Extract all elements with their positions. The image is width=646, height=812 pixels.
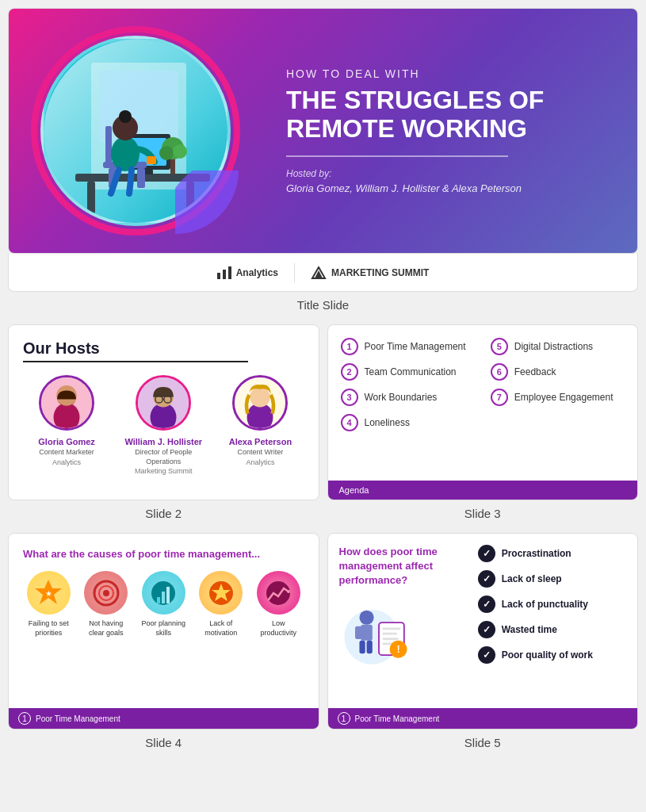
slide4-footer: 1 Poor Time Management bbox=[9, 708, 319, 729]
slide3-label: Slide 3 bbox=[327, 500, 639, 530]
agenda-item-7: 7 Employee Engagement bbox=[491, 389, 625, 406]
analytics-icon bbox=[217, 266, 231, 279]
slide2-label: Slide 2 bbox=[8, 500, 319, 530]
hosts-row: Gloria Gomez Content Marketer Analytics bbox=[23, 375, 304, 475]
host-name-2: William J. Hollister bbox=[124, 437, 202, 446]
svg-text:!: ! bbox=[396, 643, 399, 655]
slide4-footer-label: Poor Time Management bbox=[36, 714, 120, 723]
agenda-list: 1 Poor Time Management 5 Digital Distrac… bbox=[328, 325, 638, 444]
mountain-icon bbox=[311, 266, 327, 279]
slide-4-inner: What are the causes of poor time managem… bbox=[9, 534, 319, 708]
hosted-by-label: Hosted by: bbox=[286, 168, 614, 179]
host-item-2: William J. Hollister Director of People … bbox=[120, 375, 207, 475]
slide-2-inner: Our Hosts Gloria Gomez Co bbox=[9, 325, 319, 500]
cause-item-2: Not having clear goals bbox=[81, 571, 132, 638]
title-slide-label: Title Slide bbox=[8, 292, 638, 321]
slide-subtitle: HOW TO DEAL WITH bbox=[286, 67, 614, 80]
host-avatar-1 bbox=[39, 375, 94, 431]
agenda-item-6: 6 Feedback bbox=[491, 363, 625, 381]
svg-rect-60 bbox=[382, 628, 400, 630]
cause-item-5: Low productivity bbox=[253, 571, 304, 638]
svg-rect-47 bbox=[162, 592, 165, 603]
host-name-1: Gloria Gomez bbox=[38, 437, 95, 446]
svg-rect-55 bbox=[361, 625, 373, 641]
svg-rect-21 bbox=[217, 273, 220, 279]
check-item-2: ✓ Lack of sleep bbox=[478, 570, 626, 588]
agenda-item-4: 4 Loneliness bbox=[341, 414, 475, 431]
slide5-inner: How does poor time management affect per… bbox=[328, 534, 638, 703]
svg-rect-23 bbox=[228, 266, 231, 279]
host-avatar-2 bbox=[136, 375, 191, 431]
logos-bar: Analytics MARKETING SUMMIT bbox=[8, 254, 638, 292]
slide5-footer: 1 Poor Time Management bbox=[328, 708, 638, 729]
cause-icon-3 bbox=[142, 571, 185, 615]
host-company-3: Analytics bbox=[246, 458, 274, 466]
slide5-left: How does poor time management affect per… bbox=[339, 545, 468, 672]
logo-divider bbox=[294, 263, 295, 282]
svg-text:★: ★ bbox=[45, 589, 52, 598]
svg-point-28 bbox=[54, 403, 80, 431]
host-company-2: Marketing Summit bbox=[135, 467, 193, 475]
title-slide: HOW TO DEAL WITH THE STRUGGLES OF REMOTE… bbox=[8, 8, 638, 292]
cause-label-1: Failing to set priorities bbox=[23, 619, 75, 638]
svg-rect-62 bbox=[382, 638, 398, 640]
check-label-3: Lack of punctuality bbox=[502, 599, 588, 610]
cause-icon-4 bbox=[199, 571, 243, 615]
check-item-4: ✓ Wasted time bbox=[478, 621, 626, 638]
svg-point-54 bbox=[359, 611, 373, 625]
slide5-label: Slide 5 bbox=[327, 730, 639, 759]
host-company-1: Analytics bbox=[52, 458, 81, 466]
causes-row: ★ Failing to set priorities Not havi bbox=[23, 571, 304, 638]
footer-num-5: 1 bbox=[338, 712, 350, 725]
host-name-3: Alexa Peterson bbox=[229, 437, 292, 446]
cause-item-4: Lack of motivation bbox=[196, 571, 247, 638]
agenda-item-5: 5 Digital Distractions bbox=[491, 338, 625, 355]
slides-bottom-grid: What are the causes of poor time managem… bbox=[8, 533, 638, 730]
svg-rect-61 bbox=[382, 633, 396, 635]
svg-rect-57 bbox=[359, 641, 365, 653]
svg-rect-46 bbox=[157, 597, 160, 603]
slide-illustration bbox=[9, 9, 262, 253]
slides-grid: Our Hosts Gloria Gomez Co bbox=[8, 324, 638, 500]
marketing-summit-logo: MARKETING SUMMIT bbox=[311, 266, 429, 279]
hosts-divider bbox=[23, 361, 248, 362]
host-avatar-3 bbox=[232, 375, 288, 431]
slide-2-card: Our Hosts Gloria Gomez Co bbox=[8, 324, 319, 500]
host-item-1: Gloria Gomez Content Marketer Analytics bbox=[23, 375, 110, 475]
svg-rect-48 bbox=[166, 587, 170, 603]
check-circle-5: ✓ bbox=[478, 646, 495, 664]
analytics-logo: Analytics bbox=[217, 266, 278, 279]
cause-label-4: Lack of motivation bbox=[196, 619, 247, 638]
svg-point-44 bbox=[103, 590, 109, 596]
title-divider bbox=[286, 155, 508, 157]
our-hosts-title: Our Hosts bbox=[23, 339, 304, 358]
cause-label-3: Poor planning skills bbox=[138, 619, 189, 638]
check-circle-4: ✓ bbox=[478, 621, 495, 638]
slide-5-card: How does poor time management affect per… bbox=[327, 533, 639, 730]
slide5-right: ✓ Procrastination ✓ Lack of sleep ✓ Lack… bbox=[478, 545, 626, 672]
cause-item-1: ★ Failing to set priorities bbox=[23, 571, 75, 638]
cause-item-3: Poor planning skills bbox=[138, 571, 189, 638]
cause-icon-2 bbox=[84, 571, 128, 615]
check-label-2: Lack of sleep bbox=[502, 573, 562, 584]
check-circle-2: ✓ bbox=[478, 570, 495, 588]
agenda-item-3: 3 Work Boundaries bbox=[341, 389, 475, 406]
cause-icon-5 bbox=[257, 571, 300, 615]
check-item-1: ✓ Procrastination bbox=[478, 545, 626, 562]
agenda-footer: Agenda bbox=[328, 481, 638, 500]
marketing-summit-label: MARKETING SUMMIT bbox=[331, 267, 429, 278]
svg-point-52 bbox=[287, 590, 290, 593]
slide-main-title: THE STRUGGLES OF REMOTE WORKING bbox=[286, 86, 614, 142]
host-role-3: Content Writer bbox=[238, 448, 284, 458]
svg-point-51 bbox=[266, 581, 290, 605]
slide4-label: Slide 4 bbox=[8, 730, 319, 759]
svg-rect-22 bbox=[223, 270, 226, 279]
check-label-1: Procrastination bbox=[502, 548, 571, 559]
title-slide-text: HOW TO DEAL WITH THE STRUGGLES OF REMOTE… bbox=[262, 52, 637, 209]
svg-rect-58 bbox=[366, 641, 372, 653]
slide5-footer-label: Poor Time Management bbox=[355, 714, 440, 723]
cause-label-2: Not having clear goals bbox=[81, 619, 132, 638]
hosts-names: Gloria Gomez, William J. Hollister & Ale… bbox=[286, 182, 614, 194]
slide5-illustration: ! bbox=[339, 596, 419, 668]
causes-title: What are the causes of poor time managem… bbox=[23, 548, 304, 560]
